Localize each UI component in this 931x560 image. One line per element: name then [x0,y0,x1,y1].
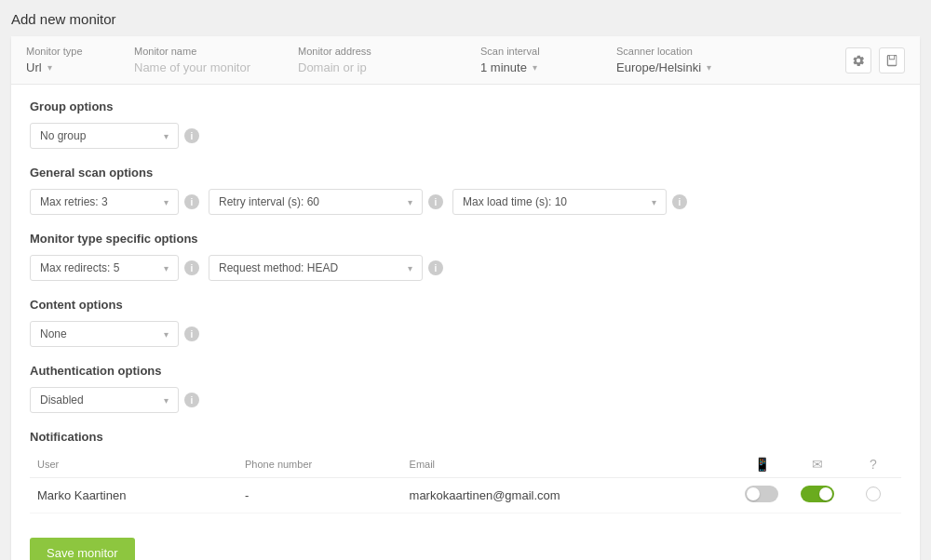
scan-interval-col: Scan interval 1 minute ▾ [480,46,601,74]
content-options-row: None ▾ i [30,321,901,347]
monitor-type-label: Monitor type [26,46,119,57]
col-question-icon-header: ? [845,453,901,478]
save-monitor-button[interactable]: Save monitor [30,538,135,560]
top-bar-actions [845,47,905,73]
table-row: Marko Kaartinen - markokaartinen@gmail.c… [30,478,901,513]
question-toggle-cell [845,478,901,513]
main-card: Monitor type Url ▾ Monitor name Name of … [11,36,920,560]
phone-toggle-cell [734,478,789,513]
max-redirects-info-icon[interactable]: i [184,260,199,275]
email-toggle-cell [789,478,845,513]
phone-number-cell: - [237,478,402,513]
max-retries-dropdown[interactable]: Max retries: 3 ▾ [30,189,179,215]
monitor-name-label: Monitor name [134,46,283,57]
monitor-type-specific-section: Monitor type specific options Max redire… [30,232,901,281]
request-method-group: Request method: HEAD ▾ i [209,255,443,281]
col-email-header: Email [402,453,734,478]
general-scan-row: Max retries: 3 ▾ i Retry interval (s): 6… [30,189,901,215]
form-content: Group options No group ▾ i General scan … [11,85,920,560]
retry-interval-dropdown[interactable]: Retry interval (s): 60 ▾ [209,189,423,215]
scanner-location-label: Scanner location [616,46,830,57]
monitor-name-col: Monitor name Name of your monitor [134,46,283,74]
scanner-location-chevron-icon: ▾ [707,62,711,73]
auth-options-section: Authentication options Disabled ▾ i [30,364,901,413]
notifications-header-row: User Phone number Email 📱 ✉ ? [30,453,901,478]
request-method-dropdown[interactable]: Request method: HEAD ▾ [209,255,423,281]
max-retries-chevron-icon: ▾ [164,197,169,207]
monitor-address-input[interactable]: Domain or ip [298,60,466,74]
question-icon: ? [870,457,877,472]
max-load-time-group: Max load time (s): 10 ▾ i [452,189,687,215]
auth-options-title: Authentication options [30,364,901,378]
email-cell: markokaartinen@gmail.com [402,478,734,513]
notifications-section: Notifications User Phone number Email 📱 … [30,430,901,513]
monitor-type-specific-row: Max redirects: 5 ▾ i Request method: HEA… [30,255,901,281]
group-options-row: No group ▾ i [30,123,901,149]
auth-options-chevron-icon: ▾ [164,395,169,406]
notifications-title: Notifications [30,430,901,444]
email-toggle[interactable] [801,486,834,502]
content-options-field-group: None ▾ i [30,321,199,347]
max-load-time-dropdown[interactable]: Max load time (s): 10 ▾ [452,189,667,215]
col-phone-header: Phone number [237,453,402,478]
content-options-section: Content options None ▾ i [30,298,901,347]
retry-interval-info-icon[interactable]: i [428,194,443,209]
retry-interval-chevron-icon: ▾ [408,197,412,207]
user-name-cell: Marko Kaartinen [30,478,237,513]
scan-interval-chevron-icon: ▾ [533,62,537,73]
auth-options-row: Disabled ▾ i [30,387,901,413]
monitor-address-label: Monitor address [298,46,466,57]
content-options-title: Content options [30,298,901,312]
max-retries-group: Max retries: 3 ▾ i [30,189,199,215]
max-retries-info-icon[interactable]: i [184,194,199,209]
group-options-chevron-icon: ▾ [164,131,169,141]
col-phone-icon-header: 📱 [734,453,789,478]
general-scan-title: General scan options [30,166,901,180]
page-title: Add new monitor [11,11,920,27]
top-bar: Monitor type Url ▾ Monitor name Name of … [11,36,920,85]
group-options-dropdown[interactable]: No group ▾ [30,123,179,149]
max-redirects-dropdown[interactable]: Max redirects: 5 ▾ [30,255,179,281]
monitor-name-input[interactable]: Name of your monitor [134,60,283,74]
max-redirects-group: Max redirects: 5 ▾ i [30,255,199,281]
request-method-info-icon[interactable]: i [428,260,443,275]
max-load-time-chevron-icon: ▾ [652,197,656,207]
max-load-time-info-icon[interactable]: i [672,194,687,209]
notifications-table: User Phone number Email 📱 ✉ ? [30,453,901,513]
monitor-type-chevron-icon: ▾ [47,62,52,73]
content-options-chevron-icon: ▾ [164,329,169,340]
retry-interval-group: Retry interval (s): 60 ▾ i [209,189,443,215]
scan-interval-label: Scan interval [480,46,601,57]
max-redirects-chevron-icon: ▾ [164,263,169,273]
monitor-address-col: Monitor address Domain or ip [298,46,466,74]
scanner-location-value[interactable]: Europe/Helsinki ▾ [616,60,830,74]
group-options-section: Group options No group ▾ i [30,100,901,149]
settings-icon-btn[interactable] [845,47,871,73]
email-icon: ✉ [812,457,823,472]
auth-options-info-icon[interactable]: i [184,393,199,407]
phone-toggle[interactable] [745,486,778,502]
monitor-type-value[interactable]: Url ▾ [26,60,119,74]
group-options-info-icon[interactable]: i [184,128,199,143]
monitor-type-col: Monitor type Url ▾ [26,46,119,74]
col-user-header: User [30,453,237,478]
content-options-info-icon[interactable]: i [184,327,199,341]
group-options-title: Group options [30,100,901,113]
auth-options-field-group: Disabled ▾ i [30,387,199,413]
auth-options-dropdown[interactable]: Disabled ▾ [30,387,179,413]
save-template-icon-btn[interactable] [879,47,905,73]
monitor-type-specific-title: Monitor type specific options [30,232,901,246]
request-method-chevron-icon: ▾ [408,263,412,273]
scan-interval-value[interactable]: 1 minute ▾ [480,60,601,74]
group-options-field-group: No group ▾ i [30,123,199,149]
phone-icon: 📱 [754,457,770,472]
question-radio[interactable] [866,487,881,501]
general-scan-section: General scan options Max retries: 3 ▾ i … [30,166,901,215]
scanner-location-col: Scanner location Europe/Helsinki ▾ [616,46,830,74]
col-email-icon-header: ✉ [789,453,845,478]
content-options-dropdown[interactable]: None ▾ [30,321,179,347]
